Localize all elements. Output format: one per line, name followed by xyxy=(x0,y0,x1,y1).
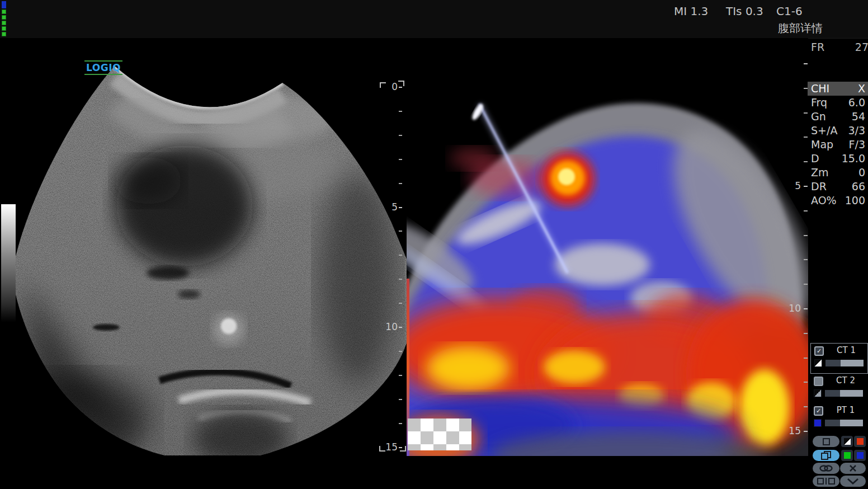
pt1-checkbox[interactable]: ✓ xyxy=(814,406,823,416)
ruler-tick xyxy=(804,259,808,260)
ruler-tick xyxy=(804,382,808,383)
side-by-side-icon xyxy=(817,478,835,485)
param-value: 3/3 xyxy=(848,124,865,138)
ruler-tick xyxy=(399,279,402,280)
ct1-opacity-slider[interactable] xyxy=(825,360,864,366)
expand-panel-button[interactable] xyxy=(840,476,866,487)
ruler-tick xyxy=(804,308,808,309)
ct2-label: CT 2 xyxy=(828,375,863,385)
single-display-button[interactable] xyxy=(813,436,839,447)
roi-corner-bottom-right xyxy=(400,446,406,452)
left-depth-ruler: 051015 xyxy=(376,0,405,489)
ultrasound-screen: MI 1.3 TIs 0.3 C1-6 腹部详情 xyxy=(0,0,868,489)
ruler-tick xyxy=(399,375,402,376)
param-value: 0 xyxy=(858,166,865,180)
ruler-tick xyxy=(804,358,808,359)
roi-corner-top-right xyxy=(398,81,404,86)
ct2-colormap-swatch[interactable] xyxy=(814,389,822,397)
ruler-tick xyxy=(804,235,808,236)
param-label: CHI xyxy=(811,82,829,96)
bw-colormap-button[interactable] xyxy=(841,436,853,447)
single-square-icon xyxy=(823,438,830,445)
param-row-dr[interactable]: DR 66 xyxy=(808,180,868,194)
param-label: DR xyxy=(811,180,827,194)
mi-value: MI 1.3 xyxy=(674,4,708,18)
grayscale-map-bar xyxy=(1,204,16,322)
param-label: Gn xyxy=(811,110,826,124)
right-depth-ruler: 51015 xyxy=(785,0,810,489)
roi-corner-top-left xyxy=(380,82,386,88)
param-label: Frq xyxy=(811,96,827,110)
ruler-tick xyxy=(399,183,402,184)
ct1-checkbox[interactable]: ✓ xyxy=(814,346,824,356)
link-images-button[interactable] xyxy=(813,463,839,474)
ruler-tick xyxy=(804,186,808,187)
pt1-colormap-swatch[interactable] xyxy=(814,419,822,427)
dual-display-button[interactable] xyxy=(813,450,839,461)
ruler-tick xyxy=(399,159,402,160)
param-label: AO% xyxy=(811,194,837,208)
ruler-tick xyxy=(804,284,808,285)
param-row-chi[interactable]: CHI X xyxy=(808,82,868,96)
ruler-tick xyxy=(399,111,402,112)
ruler-tick xyxy=(804,210,808,211)
param-row-sa[interactable]: S+/A 3/3 xyxy=(808,124,868,138)
param-row-ao[interactable]: AO% 100 xyxy=(808,194,868,208)
layer-item-pt1[interactable]: ✓ PT 1 xyxy=(810,403,867,433)
layer-item-ct1[interactable]: ✓ CT 1 xyxy=(810,343,868,374)
param-value: 54 xyxy=(852,110,865,124)
status-led-green xyxy=(2,21,6,25)
param-value: 15.0 xyxy=(842,152,865,166)
ruler-tick xyxy=(399,423,402,424)
ruler-tick xyxy=(804,161,808,162)
fusion-image-viewport[interactable] xyxy=(407,38,808,456)
param-value: 100 xyxy=(845,194,865,208)
param-row-depth[interactable]: D 15.0 xyxy=(808,152,868,166)
param-label: S+/A xyxy=(811,124,837,138)
ct1-colormap-swatch[interactable] xyxy=(814,359,822,367)
blue-colormap-button[interactable] xyxy=(854,450,866,461)
param-row-gn[interactable]: Gn 54 xyxy=(808,110,868,124)
overlapping-squares-icon xyxy=(821,451,831,460)
side-by-side-button[interactable] xyxy=(813,476,839,487)
ruler-tick xyxy=(399,231,402,232)
status-led-blue xyxy=(2,1,6,8)
link-chain-icon xyxy=(819,464,833,472)
blue-swatch-icon xyxy=(857,452,864,459)
fusion-checkerboard-marker xyxy=(408,419,471,450)
ruler-tick xyxy=(804,333,808,334)
ct2-checkbox[interactable] xyxy=(814,377,823,386)
layer-item-ct2[interactable]: CT 2 xyxy=(810,374,867,403)
ruler-tick xyxy=(804,137,808,138)
top-status-bar: MI 1.3 TIs 0.3 C1-6 腹部详情 xyxy=(0,0,868,39)
green-swatch-icon xyxy=(844,452,851,459)
status-led-green xyxy=(2,26,6,31)
status-led-green xyxy=(2,32,6,36)
ruler-tick xyxy=(804,431,808,432)
ruler-tick xyxy=(804,88,808,89)
pt1-opacity-slider[interactable] xyxy=(825,420,863,426)
close-x-icon xyxy=(849,465,857,472)
bmode-image-viewport[interactable] xyxy=(0,38,407,455)
param-row-frq[interactable]: Frq 6.0 xyxy=(808,96,868,110)
ruler-tick xyxy=(399,399,402,400)
param-row-zoom[interactable]: Zm 0 xyxy=(808,166,868,180)
param-row-map[interactable]: Map F/3 xyxy=(808,138,868,152)
ruler-tick xyxy=(399,303,402,304)
bw-swatch-icon xyxy=(844,438,851,445)
frame-rate-row: FR 27 xyxy=(808,40,868,54)
ruler-tick xyxy=(804,63,808,64)
ct2-opacity-slider[interactable] xyxy=(825,390,863,397)
red-colormap-button[interactable] xyxy=(854,436,866,447)
status-led-green xyxy=(2,10,6,14)
tis-value: TIs 0.3 xyxy=(726,4,763,18)
close-fusion-button[interactable] xyxy=(840,463,866,474)
roi-corner-bottom-left xyxy=(379,446,385,452)
param-label: Map xyxy=(811,138,833,152)
ruler-tick xyxy=(399,327,402,328)
status-led-green xyxy=(2,15,6,20)
ruler-tick xyxy=(399,255,402,256)
green-colormap-button[interactable] xyxy=(841,450,853,461)
param-value: F/3 xyxy=(849,138,865,152)
ruler-tick xyxy=(399,135,402,136)
